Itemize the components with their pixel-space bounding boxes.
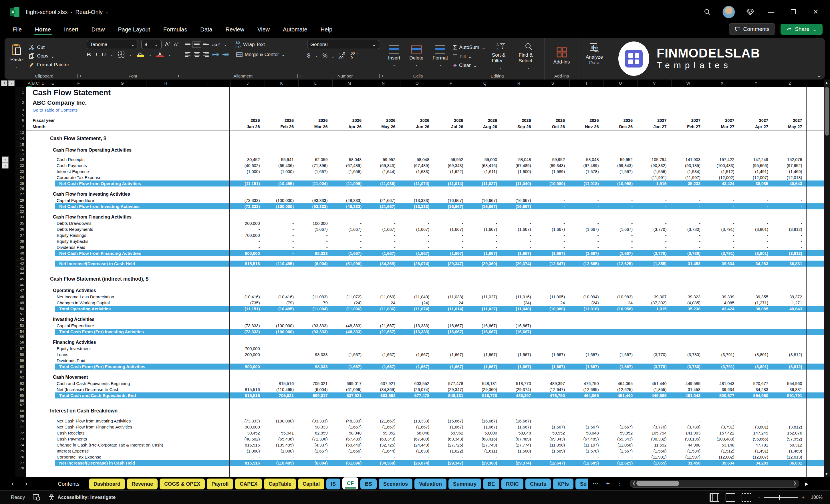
italic-button[interactable]: I bbox=[96, 52, 97, 58]
row-label[interactable] bbox=[26, 209, 230, 214]
cell[interactable]: (13,333) bbox=[399, 323, 433, 329]
cell[interactable] bbox=[297, 339, 331, 346]
cell[interactable]: - bbox=[230, 454, 264, 460]
cell[interactable] bbox=[603, 214, 637, 220]
cell[interactable]: (3,780) bbox=[670, 250, 704, 256]
cell[interactable] bbox=[603, 256, 637, 260]
row-number-60[interactable]: 60 bbox=[15, 364, 26, 370]
cell[interactable] bbox=[399, 335, 433, 339]
cell[interactable]: 900,000 bbox=[230, 424, 264, 430]
cell[interactable]: May-27 bbox=[772, 123, 806, 130]
cell[interactable]: - bbox=[535, 232, 569, 238]
sheet-tab-payroll[interactable]: Payroll bbox=[207, 478, 233, 490]
cell[interactable] bbox=[433, 275, 467, 283]
cell[interactable]: - bbox=[569, 418, 603, 424]
column-header-E[interactable]: E bbox=[47, 80, 59, 87]
cell[interactable]: - bbox=[264, 357, 298, 364]
cell[interactable]: (3,812) bbox=[772, 250, 806, 256]
cell[interactable] bbox=[230, 143, 264, 147]
cell[interactable] bbox=[603, 316, 637, 323]
cell[interactable]: 39,355 bbox=[738, 294, 772, 300]
cell[interactable] bbox=[399, 271, 433, 275]
cell[interactable]: - bbox=[738, 357, 772, 364]
cell[interactable] bbox=[772, 466, 806, 470]
cell[interactable]: - bbox=[501, 175, 535, 181]
cell[interactable]: - bbox=[636, 232, 670, 238]
cell[interactable]: - bbox=[467, 454, 501, 460]
row-label[interactable] bbox=[26, 187, 230, 191]
row-label[interactable]: Fiscal year bbox=[26, 117, 230, 123]
cell[interactable]: 815,516 bbox=[230, 460, 264, 466]
cell[interactable] bbox=[501, 113, 535, 117]
fill-button[interactable]: ↓Fill⌄ bbox=[453, 54, 486, 60]
cell[interactable]: (26,074) bbox=[399, 386, 433, 392]
horizontal-scroll-thumb[interactable] bbox=[636, 481, 679, 486]
cell[interactable]: (3,791) bbox=[704, 424, 738, 430]
cell[interactable] bbox=[297, 135, 331, 143]
cell[interactable]: - bbox=[365, 220, 399, 226]
cell[interactable] bbox=[433, 403, 467, 407]
cell[interactable] bbox=[535, 191, 569, 197]
cell[interactable]: - bbox=[501, 232, 535, 238]
cell[interactable] bbox=[230, 370, 264, 374]
cell[interactable] bbox=[603, 271, 637, 275]
cell[interactable] bbox=[230, 135, 264, 143]
cell[interactable] bbox=[636, 107, 670, 113]
clear-button[interactable]: ◈Clear⌄ bbox=[453, 62, 486, 68]
cell[interactable]: (3,780) bbox=[670, 351, 704, 357]
cell[interactable] bbox=[467, 214, 501, 220]
cell[interactable] bbox=[603, 130, 637, 135]
cell[interactable] bbox=[636, 153, 670, 156]
cell[interactable]: (10,994) bbox=[569, 294, 603, 300]
cell[interactable]: (10,983) bbox=[603, 294, 637, 300]
cell[interactable]: (3,770) bbox=[636, 351, 670, 357]
cell[interactable] bbox=[230, 283, 264, 287]
cell[interactable] bbox=[399, 415, 433, 418]
cell[interactable]: - bbox=[264, 220, 298, 226]
cell[interactable] bbox=[535, 335, 569, 339]
cell[interactable]: (1,611) bbox=[467, 448, 501, 454]
cell[interactable]: (11,997) bbox=[670, 454, 704, 460]
cell[interactable] bbox=[670, 370, 704, 374]
cell[interactable] bbox=[704, 374, 738, 380]
cell[interactable] bbox=[230, 415, 264, 418]
cell[interactable] bbox=[365, 98, 399, 107]
cell[interactable]: - bbox=[569, 244, 603, 250]
cell[interactable] bbox=[230, 209, 264, 214]
cell[interactable] bbox=[670, 209, 704, 214]
row-label[interactable]: Investing Activities bbox=[26, 316, 230, 323]
cell[interactable] bbox=[297, 147, 331, 153]
cell[interactable]: (93,333) bbox=[297, 203, 331, 209]
cell[interactable]: (1,667) bbox=[603, 226, 637, 232]
cell[interactable]: (11,058) bbox=[603, 442, 637, 448]
cell[interactable]: (6,004) bbox=[297, 460, 331, 466]
row-label[interactable]: Cash Flow Statement bbox=[26, 87, 230, 98]
cell[interactable]: - bbox=[772, 203, 806, 209]
cell[interactable]: (100,000) bbox=[264, 329, 298, 335]
sheet-tab-kpis[interactable]: KPIs bbox=[553, 478, 573, 490]
cell[interactable]: - bbox=[670, 232, 704, 238]
row-label[interactable]: Dividends Paid bbox=[26, 357, 230, 364]
cell[interactable] bbox=[264, 187, 298, 191]
cell[interactable] bbox=[501, 399, 535, 403]
cell[interactable]: 152,076 bbox=[772, 156, 806, 162]
cell[interactable]: (29,347) bbox=[433, 460, 467, 466]
cell[interactable]: (69,343) bbox=[603, 436, 637, 442]
cell[interactable] bbox=[738, 130, 772, 135]
cell[interactable] bbox=[501, 407, 535, 415]
cell[interactable]: (67,489) bbox=[399, 436, 433, 442]
row-number-45[interactable]: 45 bbox=[15, 275, 26, 283]
row-label[interactable]: Debts Drawdowns bbox=[26, 220, 230, 226]
cell[interactable] bbox=[331, 271, 365, 275]
cell[interactable] bbox=[230, 339, 264, 346]
cell[interactable]: (97,952) bbox=[772, 436, 806, 442]
cell[interactable]: 816,516 bbox=[230, 442, 264, 448]
cell[interactable]: (12,625) bbox=[603, 460, 637, 466]
cell[interactable]: (21,667) bbox=[365, 418, 399, 424]
cell[interactable]: (3,801) bbox=[738, 351, 772, 357]
currency-format-button[interactable]: $ bbox=[307, 52, 310, 59]
cell[interactable]: (1,633) bbox=[399, 448, 433, 454]
row-number-59[interactable]: 59 bbox=[15, 357, 26, 364]
cell[interactable] bbox=[501, 403, 535, 407]
cell[interactable]: (1,667) bbox=[501, 226, 535, 232]
